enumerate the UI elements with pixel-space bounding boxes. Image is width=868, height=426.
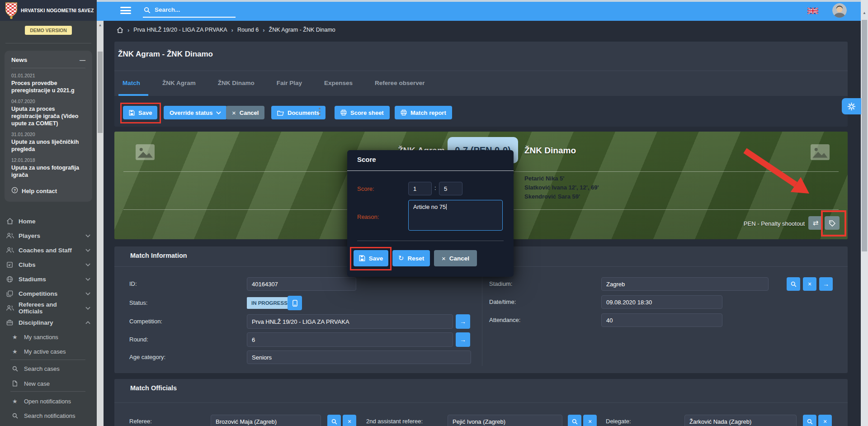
sidebar-item-my-sanctions[interactable]: ★ My sanctions — [12, 331, 90, 342]
id-field[interactable] — [247, 277, 356, 291]
breadcrumb-competition[interactable]: Prva HNLŽ 19/20 - LIGA ZA PRVAKA — [133, 27, 227, 33]
arrow-right-icon: → — [460, 336, 466, 343]
round-field[interactable] — [247, 332, 453, 347]
delegate-clear-button[interactable]: × — [818, 415, 832, 426]
attendance-field[interactable] — [601, 313, 722, 327]
x-icon: × — [808, 280, 811, 288]
referee-clear-button[interactable]: × — [343, 415, 356, 426]
modal-cancel-button[interactable]: × Cancel — [434, 250, 477, 266]
away-score-input[interactable] — [439, 182, 462, 195]
datetime-label: Date/time: — [489, 298, 516, 305]
page-scrollbar-thumb[interactable] — [862, 20, 867, 251]
home-team-logo-placeholder[interactable] — [136, 144, 155, 161]
x-icon: × — [442, 255, 446, 262]
assistant2-clear-button[interactable]: × — [583, 415, 597, 426]
home-icon — [6, 218, 14, 225]
help-contact-link[interactable]: ? Help contact — [11, 187, 85, 195]
stadium-field[interactable] — [601, 277, 769, 291]
search-icon — [144, 7, 151, 15]
news-item-link[interactable]: Upute za unos liječničkih pregleda — [11, 138, 85, 153]
page-title: ŽNK Agram - ŽNK Dinamo — [118, 50, 213, 59]
tab-fair-play[interactable]: Fair Play — [273, 80, 306, 86]
modal-divider — [357, 241, 504, 241]
chevron-down-icon — [216, 111, 221, 114]
sidebar-item-stadiums[interactable]: Stadiums — [6, 273, 90, 285]
language-flag-icon[interactable] — [807, 8, 818, 14]
sidebar-item-competitions[interactable]: Competitions — [6, 288, 90, 299]
tab-home-team[interactable]: ŽNK Agram — [159, 80, 199, 86]
goto-round-button[interactable]: → — [456, 332, 470, 347]
delegate-search-button[interactable] — [803, 415, 816, 426]
swap-arrows-icon: ⇄ — [813, 219, 819, 227]
goto-competition-button[interactable]: → — [456, 314, 470, 329]
news-item-link[interactable]: Uputa za unos fotografija igrača — [11, 164, 85, 179]
stadium-search-button[interactable] — [787, 277, 800, 291]
age-category-field[interactable] — [247, 350, 471, 364]
home-score-input[interactable] — [408, 182, 432, 195]
tab-referee-observer[interactable]: Referee observer — [371, 80, 428, 86]
home-icon[interactable] — [117, 27, 123, 33]
stadium-clear-button[interactable]: × — [803, 277, 816, 291]
goto-stadium-button[interactable]: → — [819, 277, 833, 291]
chevron-up-icon — [85, 321, 90, 324]
referee-search-button[interactable] — [327, 415, 341, 426]
scroll-up-arrow[interactable]: ▲ — [97, 23, 104, 27]
collapse-icon[interactable]: — — [80, 57, 85, 63]
tab-away-team[interactable]: ŽNK Dinamo — [214, 80, 258, 86]
override-status-button[interactable]: Override status — [164, 106, 227, 119]
search-input[interactable] — [143, 5, 236, 18]
documents-button[interactable]: Documents — [271, 106, 326, 119]
sidebar-item-home[interactable]: Home — [6, 215, 90, 227]
away-team-logo-placeholder[interactable] — [811, 144, 830, 161]
modal-save-button[interactable]: Save — [354, 250, 388, 266]
sidebar-item-search-notifications[interactable]: Search notifications — [12, 410, 90, 421]
hamburger-menu-icon[interactable] — [120, 7, 131, 14]
scroll-up-arrow[interactable]: ▲ — [861, 11, 868, 15]
news-item-link[interactable]: Uputa za proces registracije igrača (Vid… — [11, 105, 85, 127]
datetime-field[interactable] — [601, 295, 722, 309]
sidebar-item-clubs[interactable]: Clubs — [6, 259, 90, 270]
sidebar-item-referees-and-officials[interactable]: Referees and Officials — [6, 302, 90, 314]
match-report-button[interactable]: Match report — [395, 106, 452, 119]
sidebar-item-search-cases[interactable]: Search cases — [12, 363, 90, 374]
swap-teams-button[interactable]: ⇄ — [808, 216, 823, 230]
x-icon: × — [348, 418, 351, 425]
chevron-down-icon — [85, 234, 90, 237]
tab-expenses[interactable]: Expenses — [321, 80, 356, 86]
printer-icon — [340, 109, 347, 116]
page-scrollbar: ▲ — [861, 0, 868, 426]
document-icon — [12, 380, 19, 387]
breadcrumb-round[interactable]: Round 6 — [237, 27, 259, 33]
sidebar-item-players[interactable]: Players — [6, 230, 90, 241]
modal-reset-button[interactable]: ↻ Reset — [392, 250, 430, 266]
sidebar-scrollbar-thumb[interactable] — [98, 52, 103, 133]
delegate-field[interactable] — [684, 415, 797, 426]
reason-textarea[interactable]: Article no 75 — [408, 200, 503, 231]
round-label: Round: — [129, 336, 148, 343]
sidebar-item-coaches-and-staff[interactable]: Coaches and Staff — [6, 244, 90, 256]
tab-match[interactable]: Match — [119, 80, 144, 86]
settings-button[interactable] — [842, 98, 861, 114]
more-actions-icon[interactable] — [319, 108, 321, 116]
user-avatar[interactable] — [832, 3, 847, 18]
sidebar-item-new-case[interactable]: New case — [12, 378, 90, 389]
score-sheet-button[interactable]: Score sheet — [335, 106, 390, 119]
assistant2-field[interactable] — [448, 415, 562, 426]
status-change-button[interactable] — [288, 296, 302, 310]
news-item-link[interactable]: Proces provedbe preregistracije u 2021.g — [11, 80, 85, 94]
logo-bar: HRVATSKI NOGOMETNI SAVEZ — [0, 0, 97, 21]
assistant2-search-button[interactable] — [568, 415, 581, 426]
referee-field[interactable] — [211, 415, 321, 426]
sidebar-item-open-notifications[interactable]: ★ Open notifications — [12, 396, 90, 407]
club-card-icon — [6, 261, 14, 268]
save-button[interactable]: Save — [123, 106, 157, 119]
breadcrumb-match[interactable]: ŽNK Agram - ŽNK Dinamo — [269, 27, 335, 33]
cancel-button[interactable]: × Cancel — [226, 106, 264, 119]
sidebar-item-disciplinary[interactable]: Disciplinary — [6, 317, 90, 328]
match-phase-tag-button[interactable] — [825, 216, 840, 230]
sidebar-item-my-active-cases[interactable]: ★ My active cases — [12, 346, 90, 357]
search-icon — [807, 419, 813, 425]
competition-field[interactable] — [247, 314, 453, 329]
x-icon: × — [232, 109, 236, 117]
people-icon — [6, 232, 14, 239]
